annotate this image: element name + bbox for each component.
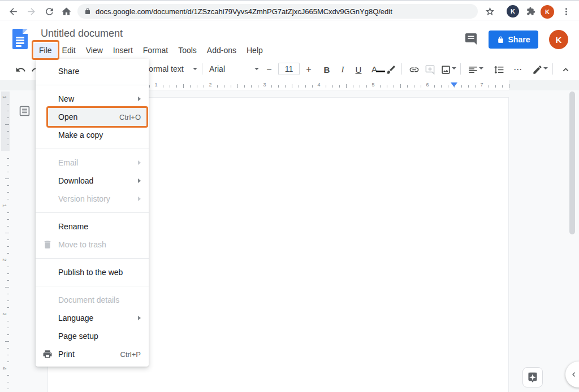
avatar[interactable]: K xyxy=(549,30,568,49)
ruler-tick xyxy=(7,334,9,335)
paragraph-style-selector[interactable]: Normal text xyxy=(143,64,197,73)
menu-divider xyxy=(36,212,149,213)
menu-item-share[interactable]: Share xyxy=(36,62,149,80)
menu-insert[interactable]: Insert xyxy=(108,43,138,58)
ruler-tick xyxy=(387,85,387,88)
font-size-decrease-button[interactable]: − xyxy=(262,63,276,76)
ruler-tick xyxy=(176,85,177,88)
ruler-tick xyxy=(7,389,9,389)
ruler-tick xyxy=(224,85,224,88)
font-size-increase-button[interactable]: + xyxy=(302,63,316,76)
ruler-tick xyxy=(448,85,448,88)
undo-icon[interactable] xyxy=(14,63,27,76)
font-size-input[interactable]: 11 xyxy=(278,63,300,75)
menu-help[interactable]: Help xyxy=(241,43,268,58)
chevron-down-icon xyxy=(254,68,259,70)
ruler-tick xyxy=(7,280,9,281)
reload-icon[interactable] xyxy=(43,5,55,18)
ruler-tick xyxy=(7,158,9,159)
ruler-number: 6 xyxy=(426,82,429,88)
menu-item-open[interactable]: Open Ctrl+O xyxy=(36,108,149,126)
line-spacing-icon[interactable] xyxy=(492,63,505,76)
ruler-tick xyxy=(7,172,9,172)
indent-marker[interactable] xyxy=(451,82,457,87)
align-icon[interactable] xyxy=(466,63,479,76)
menu-item-publish-to-the-web[interactable]: Publish to the web xyxy=(36,263,149,281)
lock-icon xyxy=(84,8,91,15)
menu-view[interactable]: View xyxy=(81,43,108,58)
menu-tools[interactable]: Tools xyxy=(173,43,202,58)
ruler-tick xyxy=(292,84,292,88)
back-icon[interactable] xyxy=(7,5,19,18)
menu-item-print[interactable]: Print Ctrl+P xyxy=(36,345,149,363)
menu-item-language[interactable]: Language xyxy=(36,309,149,327)
align-dropdown-chevron[interactable] xyxy=(479,67,483,69)
explore-icon xyxy=(526,371,539,384)
vertical-ruler[interactable]: 11234 xyxy=(1,90,10,392)
pen-dropdown-chevron[interactable] xyxy=(543,67,548,69)
menu-item-make-a-copy[interactable]: Make a copy xyxy=(36,126,149,144)
ruler-tick xyxy=(5,178,9,179)
home-icon[interactable] xyxy=(60,5,72,18)
menu-item-page-setup[interactable]: Page setup xyxy=(36,327,149,345)
vertical-scrollbar[interactable] xyxy=(569,92,575,234)
shortcut-label: Ctrl+O xyxy=(119,113,141,121)
font-family-selector[interactable]: Arial xyxy=(209,64,259,73)
collapse-toolbar-icon[interactable] xyxy=(559,63,572,76)
star-icon[interactable] xyxy=(483,5,496,18)
italic-button[interactable]: I xyxy=(336,63,349,76)
ruler-tick xyxy=(7,212,9,213)
ruler-tick xyxy=(400,84,401,88)
link-icon[interactable] xyxy=(407,63,421,76)
ruler-tick xyxy=(421,85,421,88)
ruler-tick xyxy=(7,328,9,328)
menu-item-document-details: Document details xyxy=(36,291,149,309)
document-title[interactable]: Untitled document xyxy=(41,28,123,40)
menu-item-new[interactable]: New xyxy=(36,90,149,108)
ruler-tick xyxy=(332,85,333,88)
ruler-tick xyxy=(489,85,489,88)
extensions-puzzle-icon[interactable] xyxy=(525,5,537,18)
underline-button[interactable]: U xyxy=(352,63,365,76)
ruler-tick xyxy=(475,85,476,88)
ruler-tick xyxy=(7,348,9,349)
address-bar[interactable]: docs.google.com/document/d/1ZSzcahi79Vyv… xyxy=(77,4,478,19)
comment-icon[interactable] xyxy=(464,32,478,46)
submenu-arrow-icon xyxy=(138,316,141,320)
more-options-button[interactable]: ⋯ xyxy=(511,63,525,76)
menu-file[interactable]: File xyxy=(34,43,57,58)
menu-format[interactable]: Format xyxy=(138,43,173,58)
more-vert-icon[interactable] xyxy=(560,5,572,18)
ruler-tick xyxy=(231,85,231,88)
ruler-tick xyxy=(163,85,163,88)
menu-addons[interactable]: Add-ons xyxy=(202,43,241,58)
explore-button[interactable] xyxy=(522,367,543,387)
ruler-tick xyxy=(271,85,272,88)
text-color-button[interactable]: A xyxy=(368,63,381,76)
side-panel-chevron-icon[interactable] xyxy=(565,361,579,387)
ruler-tick xyxy=(312,85,313,88)
bold-button[interactable]: B xyxy=(320,63,334,76)
ruler-tick xyxy=(7,246,9,247)
add-comment-icon xyxy=(423,63,437,76)
image-dropdown-chevron[interactable] xyxy=(452,67,456,69)
extension-badge[interactable]: K xyxy=(507,5,519,18)
image-icon[interactable] xyxy=(439,63,452,76)
outline-icon[interactable] xyxy=(19,105,31,117)
browser-toolbar: docs.google.com/document/d/1ZSzcahi79Vyv… xyxy=(0,0,579,20)
share-lock-icon xyxy=(497,36,504,43)
menu-divider xyxy=(36,85,149,85)
ruler-tick xyxy=(258,85,258,88)
ruler-tick xyxy=(5,287,9,288)
pen-icon[interactable] xyxy=(530,63,544,76)
menu-item-download[interactable]: Download xyxy=(36,172,149,190)
ruler-tick xyxy=(509,84,509,88)
docs-logo[interactable] xyxy=(12,29,28,49)
menu-edit[interactable]: Edit xyxy=(57,43,81,58)
vruler-margin-shade xyxy=(1,92,10,151)
menu-item-move-to-trash: Move to trash xyxy=(36,236,149,254)
menu-item-rename[interactable]: Rename xyxy=(36,217,149,236)
browser-profile-avatar[interactable]: K xyxy=(541,5,554,19)
share-button[interactable]: Share xyxy=(489,31,538,49)
highlighter-icon[interactable] xyxy=(384,63,397,76)
